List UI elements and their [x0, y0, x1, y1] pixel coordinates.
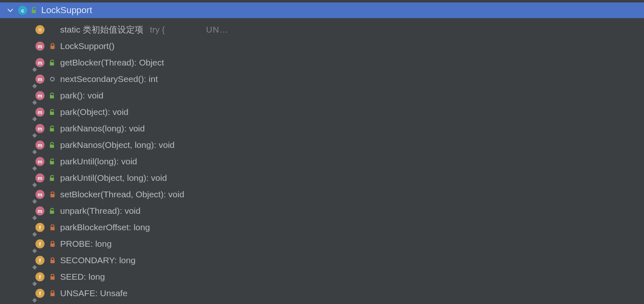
static-overlay-icon	[32, 295, 37, 300]
member-label: parkUntil(Object, long): void	[60, 173, 167, 183]
svg-rect-18	[32, 199, 37, 203]
svg-rect-26	[32, 265, 37, 269]
svg-rect-25	[50, 243, 54, 247]
chevron-down-icon[interactable]	[7, 7, 14, 14]
member-label: park(): void	[60, 91, 103, 101]
svg-rect-11	[50, 128, 54, 131]
method-badge: m	[35, 190, 44, 199]
member-label: park(Object): void	[60, 107, 129, 117]
static-overlay-icon	[32, 81, 37, 86]
svg-rect-19	[50, 194, 54, 197]
field-badge: f	[35, 239, 44, 248]
svg-rect-9	[50, 112, 54, 115]
member-label: UNSAFE: Unsafe	[60, 288, 127, 298]
member-row[interactable]: fUNSAFE: Unsafe	[0, 285, 644, 302]
svg-rect-22	[32, 232, 37, 236]
member-label: parkBlockerOffset: long	[60, 222, 150, 232]
member-row[interactable]: =static 类初始值设定项try {UN…	[0, 21, 644, 38]
class-icon-letter: c	[21, 8, 24, 13]
static-overlay-icon	[32, 180, 37, 185]
lock-icon	[49, 43, 56, 49]
member-row[interactable]: mpark(Object): void	[0, 104, 644, 120]
method-badge: m	[35, 58, 44, 67]
static-overlay-icon	[32, 147, 37, 152]
member-row[interactable]: mLockSupport()	[0, 38, 644, 54]
lock-icon	[49, 290, 56, 297]
lock-open-icon	[49, 142, 56, 148]
member-row[interactable]: mpark(): void	[0, 87, 644, 104]
lock-icon	[49, 274, 56, 280]
method-icon: m	[35, 42, 44, 51]
svg-rect-15	[50, 161, 54, 164]
svg-rect-16	[32, 182, 37, 187]
static-overlay-icon	[32, 114, 37, 119]
static-overlay-icon	[32, 279, 37, 284]
member-label: SECONDARY: long	[60, 255, 136, 265]
lock-icon	[49, 192, 56, 198]
method-badge: m	[35, 108, 44, 117]
svg-rect-27	[50, 260, 54, 263]
member-label: LockSupport()	[60, 41, 115, 51]
member-row[interactable]: mparkNanos(long): void	[0, 120, 644, 137]
lock-open-icon	[49, 208, 56, 214]
svg-rect-21	[50, 210, 54, 214]
field-badge: f	[35, 256, 44, 265]
member-label: parkNanos(long): void	[60, 124, 145, 133]
lock-open-icon	[31, 7, 37, 14]
member-row[interactable]: mparkUntil(Object, long): void	[0, 170, 644, 186]
static-overlay-icon	[32, 98, 37, 103]
lock-open-icon	[49, 60, 56, 66]
member-label: getBlocker(Thread): Object	[60, 58, 164, 68]
svg-point-5	[51, 77, 54, 81]
package-icon	[49, 77, 56, 82]
method-badge: m	[35, 206, 44, 215]
class-header[interactable]: c LockSupport	[0, 2, 644, 18]
method-badge: m	[35, 173, 44, 182]
lock-icon	[49, 224, 56, 231]
member-label: static 类初始值设定项	[60, 24, 143, 35]
member-label: parkNanos(Object, long): void	[60, 140, 175, 150]
lock-open-icon	[49, 109, 56, 115]
member-list: =static 类初始值设定项try {UN…mLockSupport()mge…	[0, 18, 644, 302]
method-badge: m	[35, 91, 44, 100]
class-icon: c	[18, 6, 27, 15]
member-row[interactable]: mparkNanos(Object, long): void	[0, 137, 644, 153]
member-row[interactable]: msetBlocker(Thread, Object): void	[0, 186, 644, 203]
static-overlay-icon	[32, 229, 37, 234]
member-label: setBlocker(Thread, Object): void	[60, 189, 184, 199]
svg-rect-17	[50, 178, 54, 181]
member-row[interactable]: fSEED: long	[0, 269, 644, 285]
svg-rect-3	[50, 62, 54, 65]
lock-open-icon	[49, 159, 56, 165]
svg-rect-13	[50, 145, 54, 148]
svg-rect-30	[32, 298, 37, 302]
svg-rect-14	[32, 166, 37, 171]
lock-open-icon	[49, 175, 56, 181]
field-badge: f	[35, 223, 44, 232]
svg-rect-20	[32, 215, 37, 220]
member-hint: try {	[150, 25, 165, 35]
svg-rect-24	[32, 248, 37, 253]
member-row[interactable]: munpark(Thread): void	[0, 203, 644, 219]
initializer-icon: =	[35, 25, 44, 34]
initializer-badge: =	[35, 25, 44, 34]
member-label: parkUntil(long): void	[60, 157, 137, 166]
static-overlay-icon	[32, 246, 37, 251]
static-overlay-icon	[32, 65, 37, 70]
member-row[interactable]: mnextSecondarySeed(): int	[0, 71, 644, 87]
field-badge: f	[35, 272, 44, 281]
svg-rect-6	[32, 100, 37, 105]
member-row[interactable]: fparkBlockerOffset: long	[0, 219, 644, 236]
static-overlay-icon	[32, 262, 37, 267]
member-label: unpark(Thread): void	[60, 206, 141, 216]
method-badge: m	[35, 42, 44, 51]
member-row[interactable]: fPROBE: long	[0, 236, 644, 252]
lock-icon	[49, 257, 56, 264]
member-hint2: UN…	[206, 25, 228, 35]
static-overlay-icon	[32, 196, 37, 201]
member-row[interactable]: mparkUntil(long): void	[0, 153, 644, 170]
member-row[interactable]: mgetBlocker(Thread): Object	[0, 54, 644, 71]
member-row[interactable]: fSECONDARY: long	[0, 252, 644, 269]
svg-rect-29	[50, 276, 54, 280]
lock-open-icon	[49, 126, 56, 132]
